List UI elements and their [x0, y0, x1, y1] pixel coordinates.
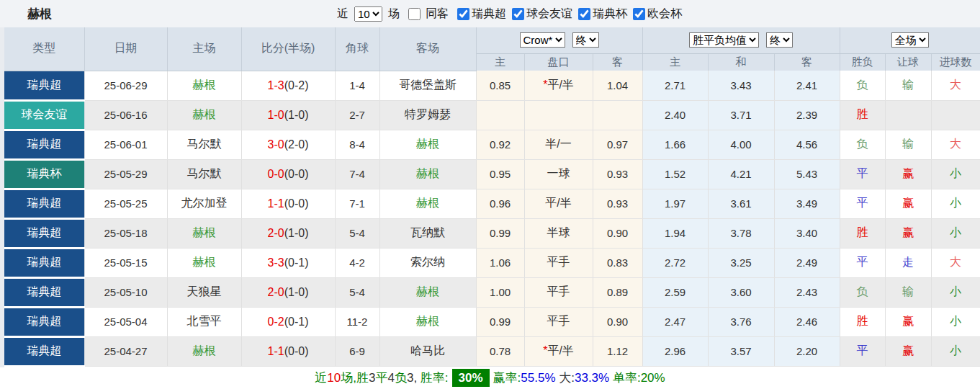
cell-corners: 1-4 [335, 71, 379, 100]
cell-ah-away-odds: 1.04 [593, 71, 642, 100]
cell-eu-draw-odds: 4.00 [708, 130, 774, 159]
filter-label-league: 瑞典超 [472, 6, 506, 22]
ah-line-text: 平/半 [547, 79, 573, 91]
match-history-panel: 赫根 近 10 场 同客 瑞典超 球会友谊 瑞典杯 欧会杯 [0, 0, 980, 389]
scope-select[interactable]: 全场 [891, 32, 929, 48]
europe-state-select[interactable]: 终 [766, 32, 793, 48]
cell-ah-home-odds: 0.92 [476, 130, 524, 159]
cell-away-team: 哥德堡盖斯 [379, 71, 476, 100]
home-team-name: 赫根 [193, 226, 216, 238]
cell-score: 0-0(0-0) [241, 159, 335, 189]
cell-away-team: 瓦纳默 [379, 218, 476, 248]
filter-label-cup: 瑞典杯 [593, 6, 627, 22]
col-header-away: 客场 [379, 27, 476, 71]
fulltime-score: 3-3 [268, 256, 284, 269]
cell-eu-away-odds: 3.49 [774, 189, 840, 218]
cell-away-team: 赫根 [379, 277, 476, 307]
cell-eu-away-odds: 5.43 [774, 159, 840, 189]
cell-corners: 8-4 [335, 130, 379, 159]
table-row: 瑞典超 25-04-27 赫根 1-1(0-0) 6-9 哈马比 0.78 *平… [4, 336, 980, 366]
cell-wdl-result: 平 [840, 159, 885, 189]
footer-stat-segment: 近 [315, 371, 327, 385]
home-team-name: 赫根 [193, 79, 216, 91]
cell-score: 0-2(0-1) [241, 307, 335, 336]
cell-ah-away-odds: 0.90 [593, 218, 642, 248]
fulltime-score: 3-0 [268, 138, 284, 151]
same-away-checkbox[interactable] [408, 8, 421, 20]
home-team-name: 天狼星 [187, 285, 222, 298]
subcol-ah-home: 主 [476, 53, 524, 71]
cell-eu-draw-odds: 3.61 [708, 189, 774, 218]
cell-eu-away-odds: 2.39 [774, 100, 840, 130]
fulltime-score: 1-3 [268, 79, 284, 91]
filter-checkbox-cup[interactable] [578, 8, 590, 20]
cell-ah-line: 平手 [524, 277, 593, 307]
cell-handicap-result: 赢 [885, 189, 931, 218]
cell-score: 1-3(0-2) [241, 71, 335, 100]
cell-handicap-result: 赢 [885, 159, 931, 189]
cell-corners: 5-4 [335, 218, 379, 248]
recent-label: 近 [337, 6, 349, 22]
home-team-name: 北雪平 [187, 315, 222, 327]
footer-stat-segment: 20% [641, 371, 665, 385]
cell-goals-result: 大 [931, 248, 980, 277]
cell-wdl-result: 负 [840, 277, 885, 307]
away-team-name: 赫根 [416, 138, 439, 150]
filter-checkbox-league[interactable] [457, 8, 469, 20]
filter-checkbox-conference[interactable] [633, 8, 645, 20]
cell-home-team: 尤尔加登 [167, 189, 241, 218]
footer-stat-segment: 单率: [609, 371, 640, 385]
halftime-score: (0-1) [284, 316, 309, 328]
cell-wdl-result: 负 [840, 130, 885, 159]
cell-score: 2-0(1-0) [241, 277, 335, 307]
bookmaker-state-select[interactable]: 终 [572, 32, 599, 48]
table-row: 瑞典超 25-05-25 尤尔加登 1-1(0-0) 7-1 赫根 0.96 平… [4, 189, 980, 218]
table-row: 瑞典超 25-06-01 马尔默 3-0(2-0) 8-4 赫根 0.92 半/… [4, 130, 980, 159]
away-team-name: 赫根 [416, 197, 439, 209]
cell-goals-result: 大 [931, 71, 980, 100]
table-row: 瑞典超 25-05-15 赫根 3-3(0-1) 4-2 索尔纳 1.06 平手… [4, 248, 980, 277]
cell-wdl-result: 平 [840, 189, 885, 218]
cell-away-team: 赫根 [379, 130, 476, 159]
cell-eu-home-odds: 2.40 [642, 100, 708, 130]
cell-eu-draw-odds: 3.76 [708, 307, 774, 336]
fulltime-score: 0-0 [268, 168, 284, 180]
cell-ah-away-odds: 0.89 [593, 277, 642, 307]
home-team-name: 赫根 [193, 108, 216, 120]
recent-count-select[interactable]: 10 [354, 6, 382, 22]
cell-league-type: 瑞典超 [4, 189, 84, 218]
cell-corners: 5-4 [335, 277, 379, 307]
europe-odds-select[interactable]: 胜平负均值 [689, 32, 759, 48]
cell-ah-away-odds: 0.93 [593, 189, 642, 218]
ah-line-text: 半球 [547, 226, 570, 238]
footer-stat-segment: 负 [395, 371, 407, 385]
filter-controls: 近 10 场 同客 瑞典超 球会友谊 瑞典杯 欧会杯 [334, 6, 682, 22]
cell-home-team: 马尔默 [167, 159, 241, 189]
away-team-name: 哈马比 [410, 344, 445, 357]
cell-handicap-result [885, 100, 931, 130]
europe-odds-group-header: 胜平负均值终 [642, 27, 840, 53]
cell-ah-home-odds: 0.78 [476, 336, 524, 366]
cell-ah-line: 平手 [524, 248, 593, 277]
cell-eu-draw-odds: 3.25 [708, 248, 774, 277]
away-team-name: 赫根 [416, 285, 439, 298]
cell-date: 25-05-15 [84, 248, 167, 277]
filter-checkbox-friendly[interactable] [512, 8, 524, 20]
bookmaker-select[interactable]: Crow* [520, 32, 565, 48]
fulltime-score: 2-0 [268, 286, 284, 298]
cell-ah-away-odds: 0.90 [593, 307, 642, 336]
cell-eu-draw-odds: 3.57 [708, 336, 774, 366]
cell-score: 1-1(0-0) [241, 189, 335, 218]
cell-ah-home-odds: 0.99 [476, 307, 524, 336]
footer-stats: 近10场,胜3平4负3, 胜率:30%赢率:55.5% 大:33.3% 单率:2… [315, 370, 665, 386]
fulltime-score: 1-1 [268, 345, 284, 357]
cell-ah-home-odds: 0.96 [476, 189, 524, 218]
cell-corners: 6-9 [335, 336, 379, 366]
away-team-name: 瓦纳默 [410, 226, 445, 238]
footer-stat-segment: 大: [556, 371, 575, 385]
cell-goals-result: 小 [931, 307, 980, 336]
cell-date: 25-05-10 [84, 277, 167, 307]
cell-score: 1-0(1-0) [241, 100, 335, 130]
cell-wdl-result: 负 [840, 71, 885, 100]
footer-stat-segment: 3 [407, 371, 413, 385]
